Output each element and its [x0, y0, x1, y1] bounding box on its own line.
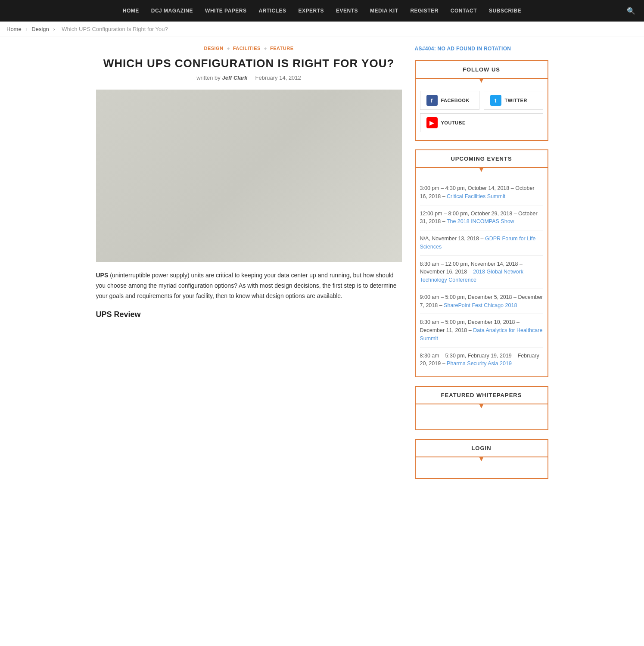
article-title: WHICH UPS CONFIGURATION IS RIGHT FOR YOU…	[96, 57, 402, 70]
article-meta: written by Jeff Clark February 14, 2012	[96, 75, 402, 81]
main-nav: HOME DCJ MAGAZINE WHITE PAPERS ARTICLES …	[0, 0, 644, 22]
event-item: 8:30 am – 5:00 pm, December 10, 2018 – D…	[420, 314, 543, 347]
nav-item-home[interactable]: HOME	[117, 0, 145, 22]
twitter-button[interactable]: t TWITTER	[484, 91, 543, 110]
breadcrumb-sep1: ›	[25, 26, 27, 32]
event-item: 9:00 am – 5:00 pm, December 5, 2018 – De…	[420, 289, 543, 314]
article-body: UPS (uninterruptible power supply) units…	[96, 270, 402, 321]
article-bold-ups: UPS	[96, 272, 109, 279]
youtube-button[interactable]: ▶ YOUTUBE	[420, 113, 543, 132]
follow-us-header: FOLLOW US	[416, 61, 548, 79]
author-name: Jeff Clark	[222, 75, 247, 81]
twitter-label: TWITTER	[505, 98, 527, 103]
nav-link-register[interactable]: REGISTER	[404, 0, 444, 22]
event-link[interactable]: Pharma Security Asia 2019	[447, 360, 512, 366]
login-widget: LOGIN ▼	[415, 439, 548, 479]
page-layout: DESIGN ◆ FACILITIES ◆ FEATURE WHICH UPS …	[90, 37, 555, 496]
upcoming-events-arrow: ▼	[416, 168, 548, 171]
follow-us-arrow: ▼	[416, 79, 548, 82]
article-image	[96, 90, 402, 262]
nav-item-articles[interactable]: ARTICLES	[253, 0, 292, 22]
written-by-label: written by	[196, 75, 221, 81]
event-item: 8:30 am – 5:30 pm, February 19, 2019 – F…	[420, 348, 543, 373]
event-item: 8:30 am – 12:00 pm, November 14, 2018 – …	[420, 256, 543, 289]
login-content	[416, 465, 548, 478]
nav-item-register[interactable]: REGISTER	[404, 0, 444, 22]
tag-feature[interactable]: FEATURE	[270, 46, 294, 51]
main-content: DESIGN ◆ FACILITIES ◆ FEATURE WHICH UPS …	[96, 46, 402, 488]
event-time: N/A, November 13, 2018 –	[420, 236, 485, 242]
follow-us-content: f FACEBOOK t TWITTER ▶ YOUTUBE	[416, 87, 548, 140]
nav-link-contact[interactable]: CONTACT	[445, 0, 483, 22]
whitepapers-content	[416, 412, 548, 429]
nav-link-home[interactable]: HOME	[117, 0, 145, 22]
search-icon[interactable]: 🔍	[627, 7, 635, 15]
events-content: 3:00 pm – 4:30 pm, October 14, 2018 – Oc…	[416, 176, 548, 376]
nav-item-contact[interactable]: CONTACT	[445, 0, 483, 22]
upcoming-events-widget: UPCOMING EVENTS ▼ 3:00 pm – 4:30 pm, Oct…	[415, 149, 548, 377]
breadcrumb-home[interactable]: Home	[6, 26, 22, 32]
breadcrumb-current: Which UPS Configuration Is Right for You…	[62, 26, 168, 32]
tag-facilities[interactable]: FACILITIES	[233, 46, 261, 51]
facebook-icon: f	[426, 95, 438, 106]
tag-dot-1: ◆	[227, 47, 230, 50]
article-intro: UPS (uninterruptible power supply) units…	[96, 270, 402, 301]
nav-item-mediakit[interactable]: MEDIA KIT	[364, 0, 404, 22]
breadcrumb-sep2: ›	[53, 26, 55, 32]
section-heading-ups-review: UPS Review	[96, 308, 402, 321]
breadcrumb: Home › Design › Which UPS Configuration …	[0, 22, 644, 37]
social-row-bottom: ▶ YOUTUBE	[420, 113, 543, 132]
nav-item-experts[interactable]: EXPERTS	[292, 0, 330, 22]
featured-whitepapers-widget: FEATURED WHITEPAPERS ▼	[415, 386, 548, 430]
nav-link-subscribe[interactable]: SUBSCRIBE	[483, 0, 527, 22]
upcoming-events-header: UPCOMING EVENTS	[416, 150, 548, 168]
youtube-icon: ▶	[426, 117, 438, 128]
nav-items: HOME DCJ MAGAZINE WHITE PAPERS ARTICLES …	[117, 0, 528, 22]
login-arrow: ▼	[416, 457, 548, 461]
tag-design[interactable]: DESIGN	[204, 46, 223, 51]
nav-item-dcj[interactable]: DCJ MAGAZINE	[145, 0, 199, 22]
article-tags: DESIGN ◆ FACILITIES ◆ FEATURE	[96, 46, 402, 51]
social-row-top: f FACEBOOK t TWITTER	[420, 91, 543, 110]
nav-link-experts[interactable]: EXPERTS	[292, 0, 330, 22]
nav-link-mediakit[interactable]: MEDIA KIT	[364, 0, 404, 22]
twitter-icon: t	[490, 95, 501, 106]
nav-link-whitepapers[interactable]: WHITE PAPERS	[199, 0, 252, 22]
tag-dot-2: ◆	[264, 47, 267, 50]
meta-separator	[249, 75, 254, 81]
nav-item-whitepapers[interactable]: WHITE PAPERS	[199, 0, 252, 22]
ad-placeholder: AS#404: NO AD FOUND IN ROTATION	[415, 46, 548, 52]
event-link[interactable]: Critical Facilities Summit	[447, 193, 505, 199]
article-date: February 14, 2012	[255, 75, 301, 81]
facebook-button[interactable]: f FACEBOOK	[420, 91, 479, 110]
event-item: 3:00 pm – 4:30 pm, October 14, 2018 – Oc…	[420, 180, 543, 205]
follow-us-widget: FOLLOW US ▼ f FACEBOOK t TWITTER ▶	[415, 60, 548, 141]
nav-item-events[interactable]: EVENTS	[330, 0, 364, 22]
nav-link-events[interactable]: EVENTS	[330, 0, 364, 22]
facebook-label: FACEBOOK	[441, 98, 470, 103]
nav-link-dcj[interactable]: DCJ MAGAZINE	[145, 0, 199, 22]
event-link[interactable]: SharePoint Fest Chicago 2018	[444, 302, 517, 308]
nav-link-articles[interactable]: ARTICLES	[253, 0, 292, 22]
event-link[interactable]: The 2018 INCOMPAS Show	[447, 218, 514, 224]
event-item: N/A, November 13, 2018 – GDPR Forum for …	[420, 230, 543, 256]
featured-whitepapers-header: FEATURED WHITEPAPERS	[416, 387, 548, 404]
youtube-label: YOUTUBE	[441, 120, 466, 125]
breadcrumb-design[interactable]: Design	[31, 26, 49, 32]
featured-whitepapers-arrow: ▼	[416, 404, 548, 408]
sidebar: AS#404: NO AD FOUND IN ROTATION FOLLOW U…	[415, 46, 548, 488]
article-intro-text: (uninterruptible power supply) units are…	[96, 272, 397, 299]
nav-item-subscribe[interactable]: SUBSCRIBE	[483, 0, 527, 22]
event-item: 12:00 pm – 8:00 pm, October 29, 2018 – O…	[420, 205, 543, 231]
article-image-bg	[96, 90, 402, 262]
login-header: LOGIN	[416, 440, 548, 457]
